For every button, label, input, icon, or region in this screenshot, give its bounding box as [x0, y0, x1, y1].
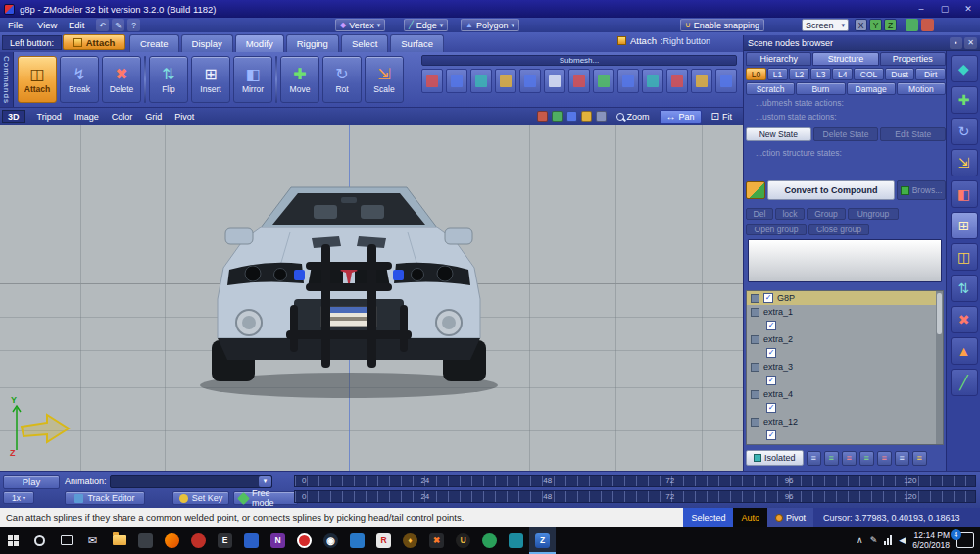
timeline-ruler-bottom[interactable]: 0 24 48 72 96 120	[294, 490, 976, 503]
r-app-button[interactable]: R	[370, 527, 397, 554]
lod-dust-button[interactable]: Dust	[885, 68, 915, 80]
close-button[interactable]: ✕	[956, 0, 980, 18]
lod-l2-button[interactable]: L2	[789, 68, 809, 80]
tab-create[interactable]: Create	[129, 34, 179, 52]
submesh-tool-icon-13[interactable]	[715, 69, 737, 93]
maximize-button[interactable]: ▢	[933, 0, 956, 18]
app-button-3[interactable]	[238, 527, 265, 554]
zmodeler-taskbar-button[interactable]: Z	[529, 527, 556, 554]
close-group-button[interactable]: Close group	[808, 224, 869, 235]
axis-x-toggle[interactable]: X	[855, 19, 867, 31]
right-button-assignment[interactable]: Attach :Right button	[617, 35, 710, 46]
edge-mode-toggle[interactable]: ╱ Edge ▾	[404, 19, 448, 31]
screen-dropdown[interactable]: Screen ▾	[802, 19, 849, 31]
zoom-button[interactable]: Zoom	[611, 110, 656, 124]
scale-button[interactable]: ⇲ Scale	[365, 56, 404, 103]
set-key-button[interactable]: Set Key	[172, 491, 229, 505]
pin-icon[interactable]: ▪	[950, 37, 962, 49]
fit-button[interactable]: ⊡ Fit	[706, 110, 738, 124]
menu-edit[interactable]: Edit	[65, 19, 88, 31]
tab-structure[interactable]: Structure	[812, 52, 878, 66]
viewport-toggle-icon-4[interactable]	[581, 111, 592, 122]
list-view-icon-7[interactable]: ≡	[912, 451, 927, 466]
app-button-5[interactable]	[344, 527, 370, 554]
list-view-icon-6[interactable]: ≡	[895, 451, 909, 466]
submesh-tool-icon-4[interactable]	[495, 69, 516, 93]
submesh-tool-icon-6[interactable]	[544, 69, 565, 93]
axis-z-toggle[interactable]: Z	[884, 19, 897, 31]
viewport-toggle-icon-5[interactable]	[596, 111, 607, 122]
flip-tool-icon[interactable]: ⇅	[951, 275, 978, 302]
burn-button[interactable]: Burn	[796, 82, 845, 95]
move-tool-icon[interactable]: ✚	[951, 86, 978, 114]
car-model[interactable]	[196, 183, 502, 407]
open-group-button[interactable]: Open group	[746, 224, 807, 235]
tab-hierarchy[interactable]: Hierarchy	[746, 52, 811, 66]
submesh-section-header[interactable]: Submesh...	[421, 55, 737, 66]
app-button-4[interactable]	[291, 527, 318, 554]
group-button[interactable]: Group	[807, 208, 846, 220]
close-icon[interactable]: ✕	[964, 37, 977, 49]
node-row-extra-2[interactable]: extra_2	[747, 332, 943, 346]
polygon-tool-icon[interactable]: ▲	[951, 337, 978, 365]
viewport-menu-color[interactable]: Color	[112, 112, 133, 122]
insert-tool-icon[interactable]: ⊞	[951, 212, 978, 239]
app-button-1[interactable]	[132, 527, 159, 554]
move-button[interactable]: ✚ Move	[280, 56, 319, 103]
tab-surface[interactable]: Surface	[390, 34, 444, 52]
node-row-extra-3[interactable]: extra_3	[747, 360, 943, 374]
motion-button[interactable]: Motion	[897, 82, 946, 95]
menu-view[interactable]: View	[33, 19, 61, 31]
tab-display[interactable]: Display	[181, 34, 233, 52]
new-state-button[interactable]: New State	[746, 127, 811, 141]
rotate-button[interactable]: ↻ Rot	[322, 56, 362, 103]
list-view-icon-3[interactable]: ≡	[842, 451, 857, 466]
submesh-tool-icon-9[interactable]	[617, 69, 639, 93]
edit-tool-icon[interactable]: ✎	[112, 19, 124, 31]
node-row-extra-4[interactable]: extra_4	[747, 387, 943, 401]
mail-app-button[interactable]: ✉	[79, 527, 106, 554]
browse-button[interactable]: Brows...	[897, 180, 946, 200]
undo-icon[interactable]: ↶	[96, 19, 109, 31]
convert-to-compound-button[interactable]: Convert to Compound	[767, 180, 895, 200]
task-view-button[interactable]	[53, 527, 79, 554]
vertex-tool-icon[interactable]: ◆	[951, 55, 978, 82]
file-explorer-button[interactable]	[106, 527, 132, 554]
enable-snapping-toggle[interactable]: ∪ Enable snapping	[680, 19, 764, 31]
volume-icon[interactable]: ◀	[899, 535, 906, 545]
vertex-mode-toggle[interactable]: ◆ Vertex ▾	[335, 19, 385, 31]
auto-mode-badge[interactable]: Auto	[733, 508, 767, 527]
app-button-7[interactable]	[503, 527, 529, 554]
submesh-tool-icon-11[interactable]	[666, 69, 688, 93]
list-view-icon-5[interactable]: ≡	[877, 451, 892, 466]
panel-header[interactable]: Scene nodes browser ▪ ✕	[744, 35, 980, 51]
viewport-toggle-icon-3[interactable]	[566, 111, 577, 122]
tab-modify[interactable]: Modify	[235, 34, 284, 52]
pan-button[interactable]: ↔ Pan	[660, 110, 702, 124]
tray-chevron-icon[interactable]: ∧	[857, 535, 863, 545]
node-row-extra-1[interactable]: extra_1	[747, 305, 943, 319]
pivot-mode-badge[interactable]: Pivot	[767, 508, 813, 527]
menubar-tool-icon-2[interactable]	[921, 19, 934, 31]
viewport-toggle-icon-2[interactable]	[552, 111, 563, 122]
delete-button[interactable]: ✖ Delete	[102, 56, 141, 103]
attach-tool-icon[interactable]: ◫	[951, 243, 978, 271]
play-button[interactable]: Play	[3, 475, 60, 489]
viewport-3d[interactable]: Y Z	[0, 125, 743, 471]
viewport-toggle-icon-1[interactable]	[537, 111, 548, 122]
submesh-tool-icon-2[interactable]	[446, 69, 467, 93]
flip-button[interactable]: ⇅ Flip	[149, 56, 188, 103]
menu-file[interactable]: File	[4, 19, 26, 31]
submesh-tool-icon-8[interactable]	[593, 69, 614, 93]
lod-l4-button[interactable]: L4	[832, 68, 853, 80]
selected-mode-badge[interactable]: Selected	[683, 508, 733, 527]
node-list-scrollbar[interactable]	[936, 291, 943, 444]
steam-button[interactable]: ◉	[318, 527, 344, 554]
submesh-tool-icon-7[interactable]	[568, 69, 590, 93]
scratch-button[interactable]: Scratch	[746, 82, 795, 95]
node-visibility-checkbox[interactable]: ✓	[763, 293, 773, 303]
taskbar-clock[interactable]: 12:14 PM 6/20/2018	[912, 530, 950, 550]
action-center-button[interactable]: 4	[956, 532, 974, 548]
commands-panel-tab[interactable]: Commands	[0, 52, 14, 107]
insert-button[interactable]: ⊞ Insert	[191, 56, 230, 103]
